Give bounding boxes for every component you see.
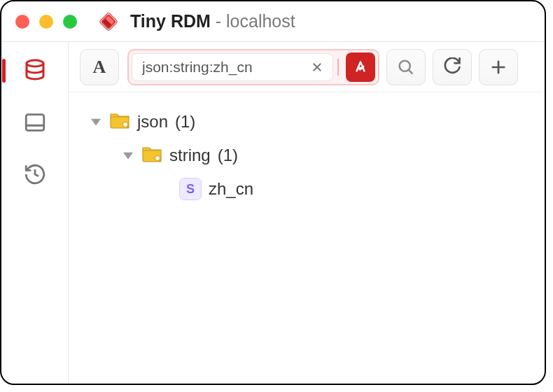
exact-match-button[interactable] xyxy=(346,52,375,82)
sidebar-item-database[interactable] xyxy=(19,55,51,87)
key-type-letter: S xyxy=(186,182,195,197)
window-maximize-button[interactable] xyxy=(63,15,77,29)
chevron-down-icon[interactable] xyxy=(90,117,102,127)
svg-point-16 xyxy=(123,122,128,127)
tree-node-string[interactable]: string (1) xyxy=(76,139,538,172)
window-close-button[interactable] xyxy=(15,15,29,29)
sidebar-item-server[interactable] xyxy=(19,106,51,139)
search-button[interactable] xyxy=(386,49,426,85)
filter-chip[interactable]: json:string:zh_cn xyxy=(132,53,333,81)
folder-icon xyxy=(141,144,162,167)
tree-node-label: json xyxy=(137,112,168,132)
tree-key-zh_cn[interactable]: S zh_cn xyxy=(76,172,538,206)
svg-point-5 xyxy=(27,60,43,66)
key-tree: json (1) string xyxy=(69,92,545,218)
connection-name: - localhost xyxy=(216,11,295,31)
tree-node-label: string xyxy=(169,146,211,165)
mode-toggle-label: A xyxy=(93,57,106,78)
app-icon xyxy=(97,10,120,34)
folder-icon xyxy=(109,111,130,133)
chevron-down-icon[interactable] xyxy=(122,150,134,160)
app-name: Tiny RDM xyxy=(130,11,211,31)
tree-node-count: (1) xyxy=(218,146,238,165)
refresh-button[interactable] xyxy=(433,49,472,85)
window-minimize-button[interactable] xyxy=(39,15,53,29)
svg-rect-6 xyxy=(26,115,44,131)
toolbar: A json:string:zh_cn xyxy=(69,42,545,92)
svg-line-12 xyxy=(409,69,413,74)
titlebar: Tiny RDM - localhost xyxy=(1,1,545,42)
tree-node-json[interactable]: json (1) xyxy=(76,105,538,139)
tree-node-count: (1) xyxy=(175,112,195,132)
add-button[interactable] xyxy=(479,49,518,85)
filter-value: json:string:zh_cn xyxy=(142,59,304,76)
mode-toggle-button[interactable]: A xyxy=(80,49,119,85)
svg-point-11 xyxy=(400,60,410,71)
filter-cursor xyxy=(337,59,342,76)
key-type-badge: S xyxy=(179,178,202,200)
tree-key-label: zh_cn xyxy=(209,179,253,199)
traffic-lights xyxy=(15,15,77,29)
sidebar xyxy=(1,42,69,384)
clear-filter-button[interactable] xyxy=(309,59,326,76)
svg-marker-15 xyxy=(91,119,101,126)
window-title: Tiny RDM - localhost xyxy=(130,11,295,31)
filter-box: json:string:zh_cn xyxy=(127,49,379,85)
svg-marker-18 xyxy=(123,153,133,160)
svg-point-19 xyxy=(155,156,160,161)
sidebar-item-history[interactable] xyxy=(19,158,51,190)
